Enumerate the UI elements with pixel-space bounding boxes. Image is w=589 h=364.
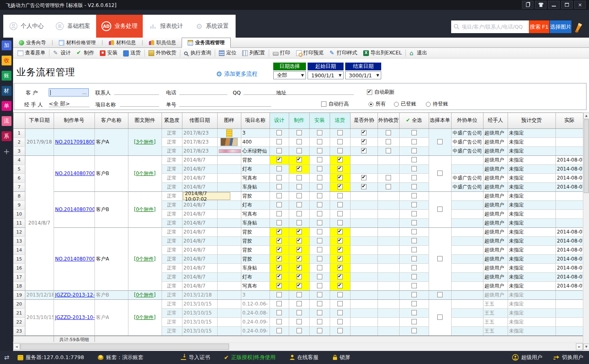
- column-header-14[interactable]: 外协收货: [378, 113, 399, 128]
- checkbox-design[interactable]: [277, 202, 282, 207]
- deliver-button[interactable]: 送货: [120, 49, 144, 58]
- checkbox-design[interactable]: [277, 229, 282, 234]
- checkbox-install[interactable]: [317, 247, 322, 252]
- checkbox-make[interactable]: [297, 175, 302, 180]
- checkbox-deliver[interactable]: [337, 283, 343, 288]
- checkbox-select-order[interactable]: [437, 315, 443, 320]
- column-header-2[interactable]: 制作单号: [54, 113, 94, 128]
- order-no-link[interactable]: NO.201408070002: [55, 207, 95, 212]
- column-header-5[interactable]: 紧急度: [162, 113, 182, 128]
- checkbox-make[interactable]: [297, 256, 302, 261]
- checkbox-make[interactable]: [297, 148, 302, 153]
- online-support-button[interactable]: 在线客服: [290, 354, 319, 361]
- row-number[interactable]: 2: [13, 137, 25, 146]
- checkbox-install[interactable]: [317, 292, 322, 297]
- row-number[interactable]: 1: [13, 128, 25, 137]
- export-excel-button[interactable]: 导出到EXCEL: [360, 49, 405, 58]
- checkbox-install[interactable]: [317, 256, 322, 261]
- checkbox-install[interactable]: [317, 193, 322, 198]
- checkbox-design[interactable]: [277, 148, 282, 153]
- locate-button[interactable]: 定位: [216, 49, 239, 58]
- sidebar-tile-4[interactable]: 材: [2, 86, 11, 96]
- tab-business-flow[interactable]: 业务流程管理: [182, 38, 231, 48]
- row-number[interactable]: 23: [13, 326, 25, 335]
- checkbox-select-row[interactable]: [411, 319, 417, 324]
- sidebar-tile-3[interactable]: 账: [2, 71, 11, 81]
- run-query-button[interactable]: 执行查询: [181, 49, 214, 58]
- row-number[interactable]: 11: [13, 218, 25, 227]
- checkbox-outsource-receive[interactable]: [386, 184, 391, 189]
- search-input[interactable]: [462, 24, 526, 30]
- horn-icon[interactable]: [574, 21, 586, 33]
- row-number[interactable]: 7: [13, 182, 25, 191]
- checkbox-make[interactable]: [297, 265, 302, 270]
- checkbox-install[interactable]: [317, 319, 322, 324]
- checkbox-select-row[interactable]: [411, 166, 417, 171]
- attachments-link[interactable]: [0个附件]: [134, 315, 156, 320]
- sample-thumbnail[interactable]: [219, 149, 241, 153]
- exit-button[interactable]: 退出: [407, 49, 430, 58]
- checkbox-make[interactable]: [297, 139, 302, 144]
- checkbox-install[interactable]: [317, 157, 322, 162]
- tab-business-wizard[interactable]: 业务向导: [13, 38, 52, 48]
- auto-refresh-checkbox[interactable]: 自动刷新: [367, 89, 395, 96]
- date-select-dropdown[interactable]: 全部▼: [273, 71, 306, 79]
- checkbox-outsource[interactable]: [361, 184, 366, 189]
- checkbox-install[interactable]: [317, 274, 322, 279]
- column-header-7[interactable]: 图样: [217, 113, 241, 128]
- row-number[interactable]: 6: [13, 173, 25, 182]
- checkbox-select-row[interactable]: [411, 202, 417, 207]
- attachments-link[interactable]: [0个附件]: [134, 256, 156, 262]
- attachments-link[interactable]: [0个附件]: [134, 292, 156, 298]
- checkbox-install[interactable]: [317, 148, 322, 153]
- checkbox-deliver[interactable]: [337, 247, 343, 252]
- checkbox-make[interactable]: [297, 202, 302, 207]
- print-preview-button[interactable]: 打印预览: [293, 49, 327, 58]
- checkbox-design[interactable]: [277, 274, 282, 279]
- row-number[interactable]: 13: [13, 236, 25, 245]
- checkbox-design[interactable]: [277, 211, 282, 216]
- row-number[interactable]: 16: [13, 263, 25, 272]
- checkbox-select-row[interactable]: [411, 148, 417, 153]
- checkbox-select-row[interactable]: [411, 283, 417, 288]
- checkbox-select-row[interactable]: [411, 301, 417, 306]
- view-original-button[interactable]: 查看原单: [15, 49, 48, 58]
- make-button[interactable]: 制作: [74, 49, 97, 58]
- checkbox-select-row[interactable]: [411, 229, 417, 234]
- checkbox-select-row[interactable]: [411, 139, 417, 144]
- current-user[interactable]: 超级用户: [512, 354, 542, 361]
- checkbox-deliver[interactable]: [337, 157, 343, 162]
- row-number[interactable]: 12: [13, 227, 25, 236]
- column-header-1[interactable]: 下单日期: [25, 113, 54, 128]
- checkbox-make[interactable]: [297, 193, 302, 198]
- checkbox-design[interactable]: [277, 283, 282, 288]
- column-header-19[interactable]: 预计交货: [508, 113, 555, 128]
- checkbox-deliver[interactable]: [337, 319, 343, 324]
- checkbox-deliver[interactable]: [337, 256, 343, 261]
- checkbox-install[interactable]: [317, 130, 322, 135]
- checkbox-install[interactable]: [317, 301, 322, 306]
- row-number[interactable]: 15: [13, 254, 25, 263]
- row-number[interactable]: 14: [13, 245, 25, 254]
- tab-staff-info[interactable]: 职员信息: [143, 38, 182, 48]
- print-style-button[interactable]: 打印样式: [327, 49, 360, 58]
- radio-all[interactable]: 所有: [369, 101, 386, 108]
- checkbox-design[interactable]: [277, 157, 282, 162]
- column-config-button[interactable]: 列配置: [239, 49, 268, 58]
- checkbox-deliver[interactable]: [337, 220, 343, 225]
- checkbox-make[interactable]: [297, 292, 302, 297]
- checkbox-design[interactable]: [277, 220, 282, 225]
- checkbox-install[interactable]: [317, 238, 322, 243]
- checkbox-deliver[interactable]: [337, 130, 343, 135]
- checkbox-design[interactable]: [277, 247, 282, 252]
- scroll-left-arrow[interactable]: ◄: [13, 343, 20, 350]
- attachments-link[interactable]: [0个附件]: [134, 207, 156, 212]
- checkbox-deliver[interactable]: [337, 292, 343, 297]
- nav-item-business[interactable]: AD 业务处理: [96, 15, 143, 38]
- column-header-10[interactable]: 制作: [289, 113, 309, 128]
- checkbox-deliver[interactable]: [337, 301, 343, 306]
- row-number[interactable]: 17: [13, 272, 25, 281]
- attachments-link[interactable]: [3个附件]: [134, 139, 156, 145]
- browse-button[interactable]: …: [82, 90, 88, 95]
- checkbox-deliver[interactable]: [337, 238, 343, 243]
